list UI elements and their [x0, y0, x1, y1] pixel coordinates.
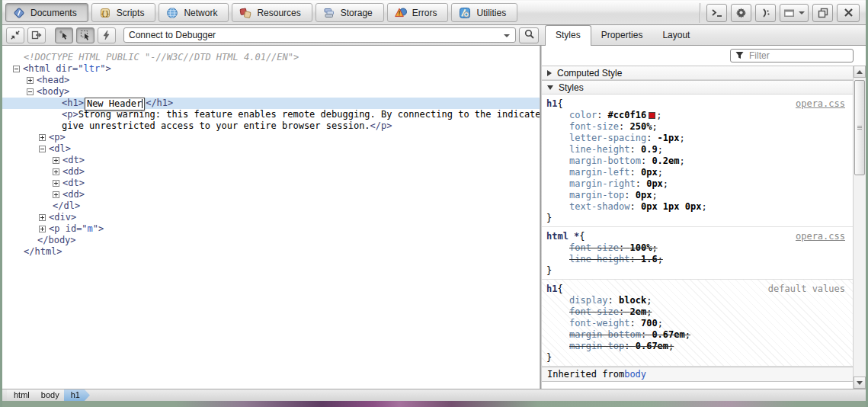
tag-markup: =": [76, 223, 87, 234]
inherited-from-header[interactable]: Inherited from body: [542, 367, 853, 382]
tree-node[interactable]: <p>: [2, 132, 540, 143]
scroll-down-button[interactable]: [854, 377, 866, 389]
reload-context-button[interactable]: [98, 27, 116, 43]
console-button[interactable]: [706, 4, 727, 22]
expand-icon[interactable]: [39, 134, 46, 141]
css-property[interactable]: font-size: 2em;: [542, 306, 853, 318]
section-header-styles[interactable]: Styles: [542, 80, 853, 95]
tree-node[interactable]: <dl>: [2, 143, 540, 155]
tree-node[interactable]: <p>Strong warning: this feature enables …: [2, 109, 540, 120]
css-property[interactable]: font-weight: 700;: [542, 318, 853, 329]
collapse-icon[interactable]: [39, 146, 46, 152]
property-name: margin-right: [569, 178, 636, 189]
tree-node[interactable]: <p id="m">: [2, 223, 540, 235]
css-property[interactable]: text-shadow: 0px 1px 0px;: [542, 201, 853, 213]
open-window-button[interactable]: [27, 27, 46, 43]
tag-markup: <dd>: [62, 189, 85, 200]
css-rule: h1 {default valuesdisplay: block;font-si…: [542, 280, 853, 367]
expand-icon[interactable]: [39, 214, 46, 221]
select-element-button[interactable]: [55, 27, 73, 43]
tab-errors[interactable]: Errors: [387, 3, 449, 22]
expand-icon[interactable]: [53, 157, 59, 164]
section-label: Styles: [559, 82, 584, 93]
tab-label: Resources: [257, 8, 300, 18]
tree-node[interactable]: <dd>: [2, 189, 540, 200]
lightning-icon: [102, 30, 111, 40]
tree-node[interactable]: <dt>: [2, 178, 540, 189]
tree-node[interactable]: <!DOCTYPE HTML PUBLIC "-//W3C//DTD HTML …: [2, 52, 540, 63]
rule-selector[interactable]: h1: [546, 284, 557, 295]
debugger-select[interactable]: Connect to Debugger: [123, 27, 516, 43]
property-name: margin-bottom: [569, 155, 641, 166]
expand-icon[interactable]: [27, 77, 34, 84]
dock-arrows-icon: [10, 30, 21, 40]
collapse-icon[interactable]: [27, 88, 34, 95]
tree-node[interactable]: <html dir="ltr">: [2, 63, 540, 75]
tab-utilities[interactable]: Utilities: [451, 3, 517, 22]
inspector-tab-strip: StylesPropertiesLayout: [542, 25, 866, 46]
scroll-up-button[interactable]: [854, 66, 866, 78]
node-edit-field[interactable]: New Header: [85, 98, 145, 111]
section-header-computed-style[interactable]: Computed Style: [542, 66, 853, 80]
css-property[interactable]: line-height: 1.6;: [542, 254, 853, 265]
css-property[interactable]: display: block;: [542, 295, 853, 306]
styles-scrollbar[interactable]: [853, 66, 866, 389]
tab-documents[interactable]: Documents: [5, 3, 88, 22]
css-property[interactable]: margin-left: 0px;: [542, 167, 853, 178]
tree-node[interactable]: give unrestricted access to your entire …: [2, 120, 540, 132]
css-property[interactable]: margin-top: 0.67em;: [542, 341, 853, 352]
css-property[interactable]: color: #cc0f16;: [542, 110, 853, 121]
tab-network[interactable]: Network: [159, 3, 229, 22]
css-rule-clipped: html * {opera.css: [542, 382, 853, 389]
css-property[interactable]: font-size: 250%;: [542, 121, 853, 133]
tab-properties[interactable]: Properties: [591, 26, 653, 45]
tree-node[interactable]: <dt>: [2, 155, 540, 166]
css-property[interactable]: margin-right: 0px;: [542, 178, 853, 190]
expand-icon[interactable]: [53, 191, 59, 198]
property-name: text-shadow: [569, 201, 629, 212]
tab-storage[interactable]: Storage: [315, 3, 384, 22]
main-tab-strip: Documents{}ScriptsNetworkResourcesStorag…: [5, 3, 517, 22]
close-button[interactable]: [837, 4, 860, 22]
tree-node[interactable]: <dd>: [2, 166, 540, 178]
dock-button[interactable]: [6, 27, 24, 43]
stylesheet-link[interactable]: opera.css: [796, 231, 845, 242]
tree-node[interactable]: </html>: [2, 246, 540, 258]
expand-icon[interactable]: [53, 168, 59, 175]
rule-selector[interactable]: h1: [546, 98, 557, 110]
css-property[interactable]: line-height: 0.9;: [542, 144, 853, 155]
inherited-element-link[interactable]: body: [624, 369, 646, 380]
tree-node[interactable]: <div>: [2, 212, 540, 223]
css-property[interactable]: margin-top: 0px;: [542, 190, 853, 201]
tree-node[interactable]: <body>: [2, 86, 540, 98]
console-toggle-button[interactable]: [755, 4, 776, 22]
detach-button[interactable]: [812, 4, 833, 22]
filter-row: [542, 46, 866, 66]
expand-icon[interactable]: [39, 226, 46, 232]
filter-input[interactable]: [749, 50, 848, 61]
scrollbar-thumb[interactable]: [854, 80, 865, 175]
tree-node[interactable]: </body>: [2, 235, 540, 246]
triangle-down-icon: [547, 85, 553, 90]
rule-selector[interactable]: html *: [546, 231, 579, 242]
filter-field[interactable]: [730, 49, 854, 62]
css-property[interactable]: letter-spacing: -1px;: [542, 133, 853, 144]
css-property[interactable]: margin-bottom: 0.67em;: [542, 329, 853, 341]
expand-icon[interactable]: [53, 180, 59, 187]
highlight-element-button[interactable]: [76, 27, 94, 43]
css-property[interactable]: font-size: 100%;: [542, 242, 853, 254]
breadcrumb-h1[interactable]: h1: [64, 389, 90, 401]
tab-layout[interactable]: Layout: [652, 26, 700, 45]
collapse-icon[interactable]: [13, 66, 20, 72]
tree-node[interactable]: </dl>: [2, 200, 540, 212]
search-button[interactable]: [519, 27, 539, 43]
stylesheet-link[interactable]: opera.css: [796, 98, 845, 110]
tab-resources[interactable]: Resources: [232, 3, 312, 22]
tree-node[interactable]: <head>: [2, 75, 540, 86]
tree-node[interactable]: <h1>New Header</h1>: [2, 98, 540, 109]
tab-styles[interactable]: Styles: [545, 25, 591, 46]
settings-button[interactable]: [731, 4, 751, 22]
css-property[interactable]: margin-bottom: 0.2em;: [542, 155, 853, 167]
window-menu-button[interactable]: [780, 4, 809, 22]
tab-scripts[interactable]: {}Scripts: [91, 3, 156, 22]
